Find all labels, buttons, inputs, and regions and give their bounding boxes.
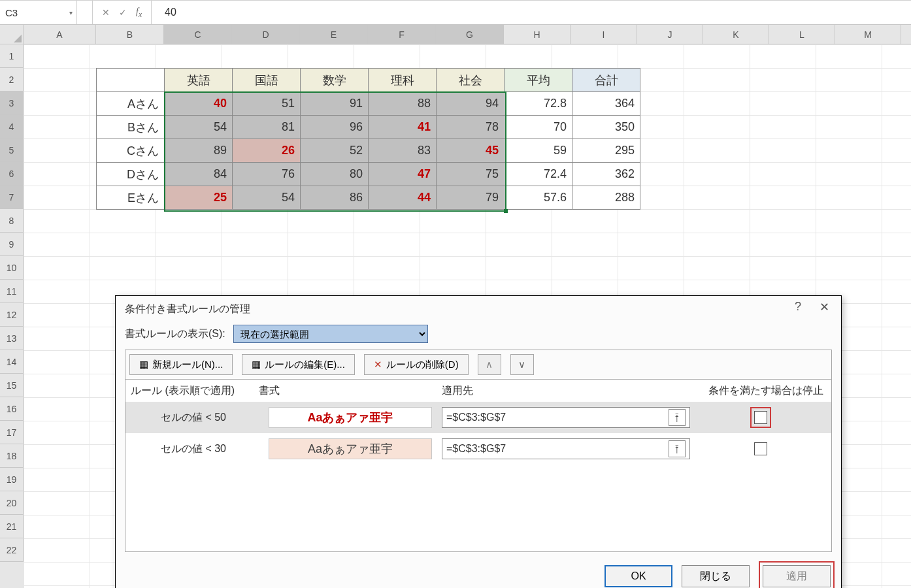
delete-rule-button[interactable]: ✕ ルールの削除(D)	[364, 354, 469, 375]
row-header-4[interactable]: 4	[0, 115, 24, 139]
score-cell[interactable]: 40	[165, 92, 233, 116]
score-cell[interactable]: 26	[233, 139, 301, 163]
row-header-11[interactable]: 11	[0, 280, 24, 303]
row-header-6[interactable]: 6	[0, 162, 24, 186]
stop-if-true-checkbox[interactable]	[754, 411, 767, 424]
row-label: Eさん	[97, 186, 165, 210]
score-cell[interactable]: 54	[165, 116, 233, 139]
apply-button[interactable]: 適用	[763, 565, 831, 587]
blank-header	[97, 69, 165, 92]
score-cell[interactable]: 94	[437, 92, 505, 116]
col-header-J[interactable]: J	[637, 25, 703, 44]
avg-cell[interactable]: 72.4	[505, 163, 572, 186]
score-cell[interactable]: 81	[233, 116, 301, 139]
row-header-15[interactable]: 15	[0, 374, 24, 397]
col-header-C[interactable]: C	[164, 25, 232, 44]
rule-row[interactable]: セルの値 < 30Aaあぁアァ亜宇=$C$3:$G$7⭱	[125, 433, 831, 465]
data-table: 英語国語数学理科社会平均合計Aさん405191889472.8364Bさん548…	[96, 68, 640, 210]
range-picker-icon[interactable]: ⭱	[669, 440, 686, 457]
score-cell[interactable]: 86	[301, 186, 369, 210]
score-cell[interactable]: 25	[165, 186, 233, 210]
row-header-18[interactable]: 18	[0, 444, 24, 468]
score-cell[interactable]: 52	[301, 139, 369, 163]
row-header-14[interactable]: 14	[0, 350, 24, 374]
score-cell[interactable]: 51	[233, 92, 301, 116]
row-header-20[interactable]: 20	[0, 491, 24, 515]
range-picker-icon[interactable]: ⭱	[669, 409, 686, 426]
col-header-K[interactable]: K	[703, 25, 769, 44]
sum-cell[interactable]: 295	[572, 139, 640, 163]
col-header-D[interactable]: D	[232, 25, 300, 44]
row-header-10[interactable]: 10	[0, 256, 24, 280]
row-header-8[interactable]: 8	[0, 209, 24, 233]
avg-cell[interactable]: 59	[505, 139, 572, 163]
avg-cell[interactable]: 72.8	[505, 92, 572, 116]
move-up-button[interactable]: ∧	[478, 354, 501, 375]
row-header-17[interactable]: 17	[0, 421, 24, 444]
row-header-22[interactable]: 22	[0, 538, 24, 562]
stop-if-true-checkbox[interactable]	[754, 442, 767, 455]
applies-to-input[interactable]: =$C$3:$G$7⭱	[442, 438, 690, 459]
avg-cell[interactable]: 57.6	[505, 186, 572, 210]
conditional-format-rules-dialog: 条件付き書式ルールの管理 ? ✕ 書式ルールの表示(S): 現在の選択範囲 ▦ …	[115, 295, 842, 588]
help-icon[interactable]: ?	[785, 300, 811, 318]
sum-cell[interactable]: 364	[572, 92, 640, 116]
col-header-A[interactable]: A	[24, 25, 96, 44]
confirm-icon[interactable]: ✓	[119, 7, 127, 18]
row-header-21[interactable]: 21	[0, 515, 24, 538]
score-cell[interactable]: 76	[233, 163, 301, 186]
col-header-L[interactable]: L	[769, 25, 835, 44]
rule-row[interactable]: セルの値 < 50Aaあぁアァ亜宇=$C$3:$G$7⭱	[125, 402, 831, 433]
cells-area[interactable]: 英語国語数学理科社会平均合計Aさん405191889472.8364Bさん548…	[24, 44, 911, 588]
col-header-E[interactable]: E	[300, 25, 368, 44]
close-button[interactable]: 閉じる	[682, 565, 750, 587]
col-header-G[interactable]: G	[436, 25, 504, 44]
row-header-7[interactable]: 7	[0, 186, 24, 209]
new-rule-button[interactable]: ▦ 新規ルール(N)...	[129, 354, 233, 375]
fx-icon[interactable]: fx	[136, 7, 142, 19]
score-cell[interactable]: 47	[369, 163, 437, 186]
row-header-5[interactable]: 5	[0, 139, 24, 162]
move-down-button[interactable]: ∨	[510, 354, 534, 375]
row-header-2[interactable]: 2	[0, 68, 24, 91]
ok-button[interactable]: OK	[605, 565, 672, 587]
score-cell[interactable]: 45	[437, 139, 505, 163]
score-cell[interactable]: 79	[437, 186, 505, 210]
score-cell[interactable]: 96	[301, 116, 369, 139]
sum-cell[interactable]: 362	[572, 163, 640, 186]
formula-input[interactable]: 40	[152, 1, 911, 24]
select-all-corner[interactable]	[0, 25, 24, 44]
row-header-16[interactable]: 16	[0, 397, 24, 421]
score-cell[interactable]: 44	[369, 186, 437, 210]
show-rules-select[interactable]: 現在の選択範囲	[233, 325, 428, 343]
score-cell[interactable]: 41	[369, 116, 437, 139]
col-header-H[interactable]: H	[504, 25, 571, 44]
edit-rule-button[interactable]: ▦ ルールの編集(E)...	[242, 354, 355, 375]
row-header-12[interactable]: 12	[0, 303, 24, 327]
score-cell[interactable]: 89	[165, 139, 233, 163]
cancel-icon[interactable]: ✕	[102, 7, 110, 18]
col-header-I[interactable]: I	[571, 25, 637, 44]
col-header-M[interactable]: M	[835, 25, 901, 44]
sum-cell[interactable]: 288	[572, 186, 640, 210]
row-header-19[interactable]: 19	[0, 468, 24, 491]
row-header-9[interactable]: 9	[0, 233, 24, 256]
col-header-B[interactable]: B	[96, 25, 164, 44]
sum-cell[interactable]: 350	[572, 116, 640, 139]
row-header-13[interactable]: 13	[0, 327, 24, 350]
avg-cell[interactable]: 70	[505, 116, 572, 139]
close-icon[interactable]: ✕	[811, 300, 837, 318]
row-header-1[interactable]: 1	[0, 44, 24, 68]
score-cell[interactable]: 88	[369, 92, 437, 116]
col-header-F[interactable]: F	[368, 25, 436, 44]
score-cell[interactable]: 80	[301, 163, 369, 186]
score-cell[interactable]: 54	[233, 186, 301, 210]
row-header-3[interactable]: 3	[0, 91, 24, 115]
score-cell[interactable]: 84	[165, 163, 233, 186]
score-cell[interactable]: 75	[437, 163, 505, 186]
score-cell[interactable]: 83	[369, 139, 437, 163]
name-box[interactable]: C3 ▾	[0, 1, 77, 24]
score-cell[interactable]: 78	[437, 116, 505, 139]
score-cell[interactable]: 91	[301, 92, 369, 116]
applies-to-input[interactable]: =$C$3:$G$7⭱	[442, 407, 690, 428]
